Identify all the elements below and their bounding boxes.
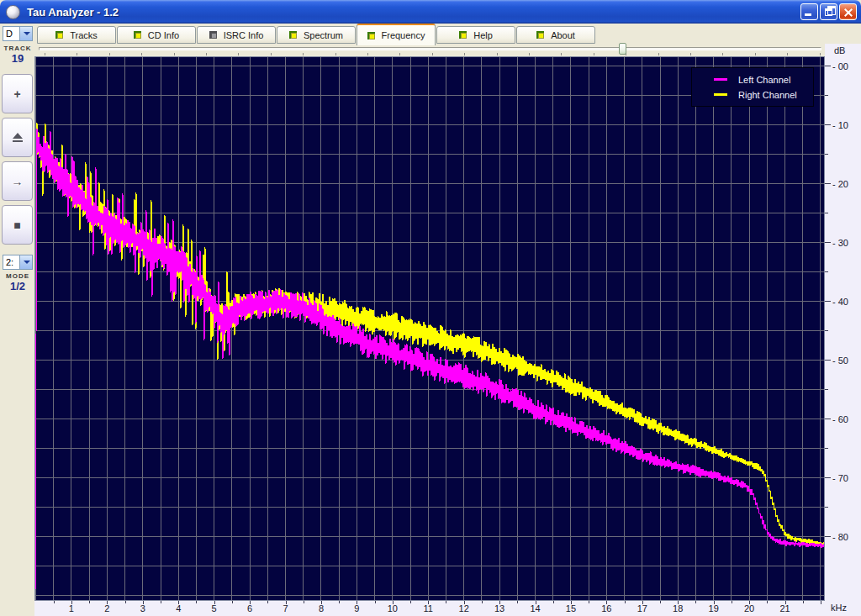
y-tick-major bbox=[825, 419, 831, 419]
y-tick-major bbox=[825, 360, 831, 361]
y-tick-major bbox=[825, 242, 831, 243]
slider-tick bbox=[820, 53, 821, 55]
y-tick-label: - 50 bbox=[832, 356, 848, 365]
chevron-down-icon[interactable] bbox=[19, 255, 32, 269]
legend-item: Left Channel bbox=[692, 74, 813, 86]
x-tick-label: 18 bbox=[673, 603, 683, 613]
slider-tick bbox=[141, 53, 142, 55]
mode-label: MODE bbox=[0, 272, 35, 280]
tab-about[interactable]: About bbox=[516, 26, 595, 44]
x-tick-label: 12 bbox=[459, 603, 469, 613]
sidebar: D TRACK 19 +→■ 2: MODE 1/2 bbox=[0, 24, 35, 616]
x-tick-label: 6 bbox=[247, 603, 252, 613]
stop-icon: ■ bbox=[13, 219, 20, 231]
tab-cd-info[interactable]: CD Info bbox=[117, 26, 196, 44]
drive-combo-value: D bbox=[3, 29, 19, 39]
flag-icon bbox=[367, 32, 375, 39]
x-tick-minor bbox=[695, 601, 696, 603]
frequency-plot bbox=[34, 56, 825, 601]
track-number: 19 bbox=[0, 52, 35, 65]
slider-tick bbox=[658, 53, 659, 55]
position-slider-track[interactable] bbox=[39, 47, 821, 50]
y-axis-unit: dB bbox=[834, 45, 845, 55]
eject-icon bbox=[13, 133, 23, 139]
x-tick-label: 20 bbox=[744, 603, 754, 613]
legend-label: Left Channel bbox=[738, 75, 790, 85]
trace-left-channel bbox=[35, 129, 824, 597]
x-tick-label: 16 bbox=[601, 603, 611, 613]
x-tick-minor bbox=[446, 601, 446, 603]
drive-combo[interactable]: D bbox=[3, 26, 33, 41]
x-tick-label: 15 bbox=[566, 603, 576, 613]
x-tick-minor bbox=[267, 601, 268, 603]
y-tick-major bbox=[825, 66, 831, 66]
tab-help[interactable]: Help bbox=[436, 26, 515, 44]
slider-tick bbox=[722, 53, 723, 55]
x-tick-minor bbox=[304, 601, 304, 603]
x-tick-label: 8 bbox=[319, 603, 324, 613]
y-tick-major bbox=[825, 183, 831, 184]
x-tick-label: 2 bbox=[104, 603, 109, 613]
y-tick-minor bbox=[825, 213, 828, 213]
app-icon bbox=[6, 5, 20, 19]
x-tick-minor bbox=[125, 601, 126, 603]
mode-combo-value: 2: bbox=[3, 257, 19, 267]
next-button[interactable]: → bbox=[2, 161, 33, 201]
tab-frequency[interactable]: Frequency bbox=[357, 24, 436, 45]
x-tick-minor bbox=[732, 601, 732, 603]
slider-tick bbox=[174, 53, 175, 55]
slider-tick bbox=[464, 53, 465, 55]
eject-button[interactable] bbox=[2, 118, 33, 157]
tab-tracks[interactable]: Tracks bbox=[37, 26, 116, 44]
slider-tick bbox=[399, 53, 400, 55]
y-tick-minor bbox=[825, 507, 828, 508]
minimize-button[interactable] bbox=[800, 3, 818, 20]
add-button[interactable]: + bbox=[2, 74, 33, 113]
tab-label: Help bbox=[473, 30, 493, 40]
slider-tick bbox=[561, 53, 562, 55]
mode-combo[interactable]: 2: bbox=[3, 255, 33, 270]
titlebar[interactable]: Tau Analyzer - 1.2 bbox=[0, 0, 861, 24]
tab-isrc-info[interactable]: ISRC Info bbox=[197, 26, 276, 44]
x-tick-label: 1 bbox=[69, 603, 74, 613]
slider-tick bbox=[271, 53, 272, 55]
app-window: Tau Analyzer - 1.2 TracksCD InfoISRC Inf… bbox=[0, 0, 861, 616]
x-tick-major bbox=[821, 601, 821, 604]
slider-tick bbox=[109, 53, 110, 55]
flag-icon bbox=[289, 31, 297, 39]
close-button[interactable] bbox=[839, 3, 857, 20]
x-tick-minor bbox=[410, 601, 411, 603]
y-tick-label: - 30 bbox=[832, 239, 848, 247]
flag-icon bbox=[55, 31, 63, 39]
plus-icon: + bbox=[13, 88, 20, 100]
slider-tick bbox=[238, 53, 239, 55]
tab-spectrum[interactable]: Spectrum bbox=[277, 26, 356, 44]
y-tick-label: - 60 bbox=[832, 415, 848, 424]
x-tick-minor bbox=[232, 601, 233, 603]
x-tick-label: 9 bbox=[354, 603, 359, 613]
tab-bar: TracksCD InfoISRC InfoSpectrumFrequencyH… bbox=[37, 24, 596, 44]
x-tick-label: 3 bbox=[140, 603, 145, 613]
x-axis-unit: kHz bbox=[831, 603, 847, 613]
restore-icon bbox=[825, 8, 832, 16]
slider-tick bbox=[303, 53, 304, 55]
chevron-down-icon[interactable] bbox=[19, 27, 32, 40]
restore-button[interactable] bbox=[820, 3, 837, 20]
y-tick-major bbox=[825, 536, 831, 537]
x-tick-minor bbox=[589, 601, 589, 603]
position-slider-thumb[interactable] bbox=[619, 43, 626, 55]
y-tick-major bbox=[825, 124, 831, 125]
tab-label: Frequency bbox=[382, 30, 425, 40]
trace-right-channel bbox=[35, 123, 824, 592]
x-tick-minor bbox=[375, 601, 376, 603]
x-tick-label: 19 bbox=[709, 603, 719, 613]
slider-tick bbox=[787, 53, 788, 55]
x-tick-minor bbox=[89, 601, 90, 603]
flag-gray-icon bbox=[209, 31, 217, 39]
y-tick-minor bbox=[825, 271, 828, 272]
stop-button[interactable]: ■ bbox=[2, 205, 33, 245]
x-tick-minor bbox=[803, 601, 804, 603]
slider-tick bbox=[529, 53, 530, 55]
y-tick-minor bbox=[825, 154, 828, 155]
x-tick-label: 21 bbox=[779, 603, 790, 613]
